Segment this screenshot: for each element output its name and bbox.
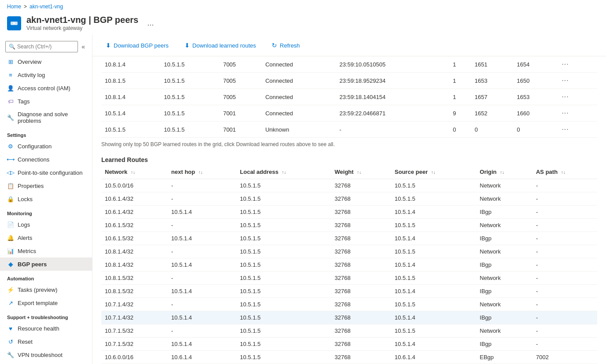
sidebar-item-reset[interactable]: ↺ Reset	[0, 335, 92, 348]
sort-network-icon: ↑↓	[131, 170, 135, 175]
sidebar-item-access-control[interactable]: 👤 Access control (IAM)	[0, 81, 92, 95]
access-control-icon: 👤	[7, 85, 14, 92]
download-learned-routes-button[interactable]: ⬇ Download learned routes	[180, 39, 261, 51]
locks-icon: 🔒	[7, 195, 14, 202]
sidebar-item-metrics[interactable]: 📊 Metrics	[0, 244, 92, 257]
sidebar-item-metrics-label: Metrics	[18, 248, 36, 254]
learned-route-row: 10.8.1.4/3210.5.1.410.5.1.53276810.5.1.4…	[101, 258, 597, 272]
resource-icon	[7, 16, 21, 30]
row-more-button[interactable]: ···	[559, 125, 571, 134]
point-to-site-icon: ◁▷	[7, 169, 14, 176]
sidebar-item-vpn-packet-capture[interactable]: 📦 VPN Gateway Packet Capture	[0, 361, 92, 364]
info-text: Showing only top 50 BGP learned routes i…	[92, 138, 606, 151]
sidebar-item-resource-health[interactable]: ♥ Resource health	[0, 322, 92, 335]
learned-route-row: 10.6.1.4/3210.5.1.410.5.1.53276810.5.1.4…	[101, 206, 597, 219]
sidebar-item-alerts-label: Alerts	[18, 235, 32, 241]
breadcrumb-current[interactable]: akn-vnet1-vng	[30, 4, 63, 10]
connections-icon: ⟷	[7, 156, 14, 163]
learned-route-row: 10.8.1.5/32-10.5.1.53276810.5.1.5Network…	[101, 272, 597, 285]
sidebar-item-point-to-site[interactable]: ◁▷ Point-to-site configuration	[0, 166, 92, 179]
page-subtitle: Virtual network gateway	[26, 25, 138, 31]
learned-route-row: 10.6.1.5/32-10.5.1.53276810.5.1.5Network…	[101, 219, 597, 232]
col-next-hop[interactable]: next hop ↑↓	[168, 165, 236, 179]
col-source-peer[interactable]: Source peer ↑↓	[391, 165, 476, 179]
col-weight[interactable]: Weight ↑↓	[331, 165, 391, 179]
sidebar: 🔍 « ⊞ Overview ≡ Activity log 👤 Access c…	[0, 35, 92, 364]
table-row: 10.5.1.410.5.1.57001Connected23:59:22.04…	[101, 105, 597, 121]
sort-aspath-icon: ↑↓	[561, 170, 565, 175]
sidebar-item-tasks-label: Tasks (preview)	[18, 287, 57, 293]
sidebar-item-export-template-label: Export template	[18, 300, 58, 306]
row-more-button[interactable]: ···	[559, 108, 571, 118]
header-more-button[interactable]: ...	[147, 18, 154, 28]
page-header: akn-vnet1-vng | BGP peers Virtual networ…	[0, 13, 606, 35]
properties-icon: 📋	[7, 182, 14, 189]
row-more-button[interactable]: ···	[559, 76, 571, 85]
sidebar-item-activity-log-label: Activity log	[18, 72, 45, 78]
row-more-button[interactable]: ···	[559, 92, 571, 102]
sidebar-item-locks[interactable]: 🔒 Locks	[0, 192, 92, 206]
learned-routes-table-wrap: Network ↑↓ next hop ↑↓ Local address ↑↓ …	[92, 165, 606, 364]
sidebar-item-export-template[interactable]: ↗ Export template	[0, 296, 92, 309]
sidebar-item-bgp-peers[interactable]: ◈ BGP peers	[0, 257, 92, 271]
sort-localaddr-icon: ↑↓	[282, 170, 286, 175]
search-input[interactable]	[5, 41, 78, 52]
sidebar-item-tags[interactable]: 🏷 Tags	[0, 95, 92, 108]
learned-routes-header-row: Network ↑↓ next hop ↑↓ Local address ↑↓ …	[101, 165, 597, 179]
sidebar-item-vpn-troubleshoot[interactable]: 🔧 VPN troubleshoot	[0, 348, 92, 361]
sidebar-item-logs[interactable]: 📄 Logs	[0, 218, 92, 231]
sidebar-item-diagnose[interactable]: 🔧 Diagnose and solve problems	[0, 108, 92, 127]
tasks-icon: ⚡	[7, 286, 14, 293]
learned-route-row: 10.7.1.5/3210.5.1.410.5.1.53276810.5.1.4…	[101, 338, 597, 351]
col-as-path[interactable]: AS path ↑↓	[532, 165, 597, 179]
row-more-button[interactable]: ···	[559, 59, 571, 69]
search-icon: 🔍	[9, 44, 15, 50]
bgp-peers-icon: ◈	[7, 261, 14, 268]
table-row: 10.5.1.510.5.1.57001Unknown-000···	[101, 121, 597, 138]
breadcrumb-separator: >	[24, 4, 27, 10]
sidebar-item-tags-label: Tags	[18, 98, 30, 105]
download-routes-label: Download learned routes	[192, 42, 256, 49]
reset-icon: ↺	[7, 338, 14, 345]
learned-route-row: 10.8.1.4/32-10.5.1.53276810.5.1.5Network…	[101, 245, 597, 258]
col-network[interactable]: Network ↑↓	[101, 165, 168, 179]
col-origin[interactable]: Origin ↑↓	[476, 165, 532, 179]
sidebar-item-alerts[interactable]: 🔔 Alerts	[0, 231, 92, 244]
page-header-text: akn-vnet1-vng | BGP peers Virtual networ…	[26, 15, 138, 31]
table-row: 10.8.1.410.5.1.57005Connected23:59:18.14…	[101, 89, 597, 105]
sort-nexthop-icon: ↑↓	[199, 170, 203, 175]
download-bgp-label: Download BGP peers	[114, 42, 169, 49]
support-section-label: Support + troubleshooting	[0, 309, 92, 322]
refresh-button[interactable]: ↻ Refresh	[267, 39, 304, 51]
sidebar-item-configuration-label: Configuration	[18, 143, 52, 150]
sidebar-item-configuration[interactable]: ⚙ Configuration	[0, 140, 92, 153]
sidebar-item-overview[interactable]: ⊞ Overview	[0, 55, 92, 68]
sidebar-item-tasks[interactable]: ⚡ Tasks (preview)	[0, 283, 92, 296]
sidebar-item-resource-health-label: Resource health	[18, 325, 59, 332]
sidebar-collapse-button[interactable]: «	[80, 42, 87, 51]
learned-route-row: 10.6.1.4/32-10.5.1.53276810.5.1.5Network…	[101, 192, 597, 206]
breadcrumb-home[interactable]: Home	[7, 4, 21, 10]
download-routes-icon: ⬇	[185, 42, 190, 49]
sidebar-item-properties[interactable]: 📋 Properties	[0, 179, 92, 192]
sidebar-item-overview-label: Overview	[18, 59, 41, 65]
sidebar-item-connections[interactable]: ⟷ Connections	[0, 153, 92, 166]
overview-icon: ⊞	[7, 58, 14, 65]
table-row: 10.8.1.510.5.1.57005Connected23:59:18.95…	[101, 73, 597, 89]
sidebar-item-activity-log[interactable]: ≡ Activity log	[0, 68, 92, 81]
sidebar-search-container: 🔍 «	[0, 38, 92, 55]
content-area: ⬇ Download BGP peers ⬇ Download learned …	[92, 35, 606, 364]
bgp-peers-table: 10.8.1.410.5.1.57005Connected23:59:10.05…	[101, 56, 597, 138]
download-bgp-peers-button[interactable]: ⬇ Download BGP peers	[101, 39, 173, 51]
tags-icon: 🏷	[7, 98, 14, 105]
col-local-address[interactable]: Local address ↑↓	[236, 165, 331, 179]
sort-weight-icon: ↑↓	[357, 170, 362, 175]
vpn-troubleshoot-icon: 🔧	[7, 351, 14, 358]
sidebar-item-reset-label: Reset	[18, 338, 33, 345]
configuration-icon: ⚙	[7, 143, 14, 150]
learned-route-row: 10.7.1.5/32-10.5.1.53276810.5.1.5Network…	[101, 324, 597, 338]
learned-routes-table: Network ↑↓ next hop ↑↓ Local address ↑↓ …	[101, 165, 597, 364]
learned-routes-label: Learned Routes	[92, 151, 606, 165]
export-template-icon: ↗	[7, 299, 14, 306]
sidebar-item-connections-label: Connections	[18, 156, 49, 163]
